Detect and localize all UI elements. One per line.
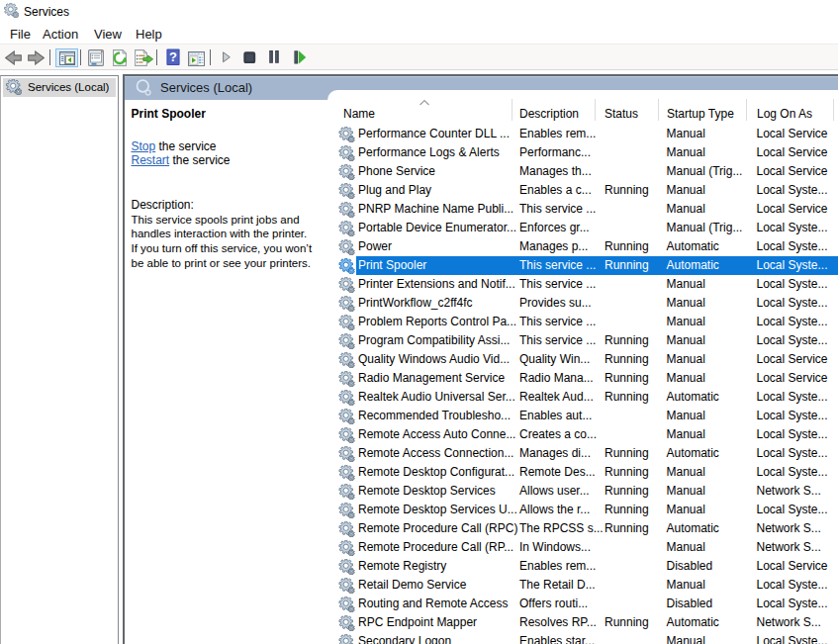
svg-text:?: ? bbox=[169, 49, 177, 64]
